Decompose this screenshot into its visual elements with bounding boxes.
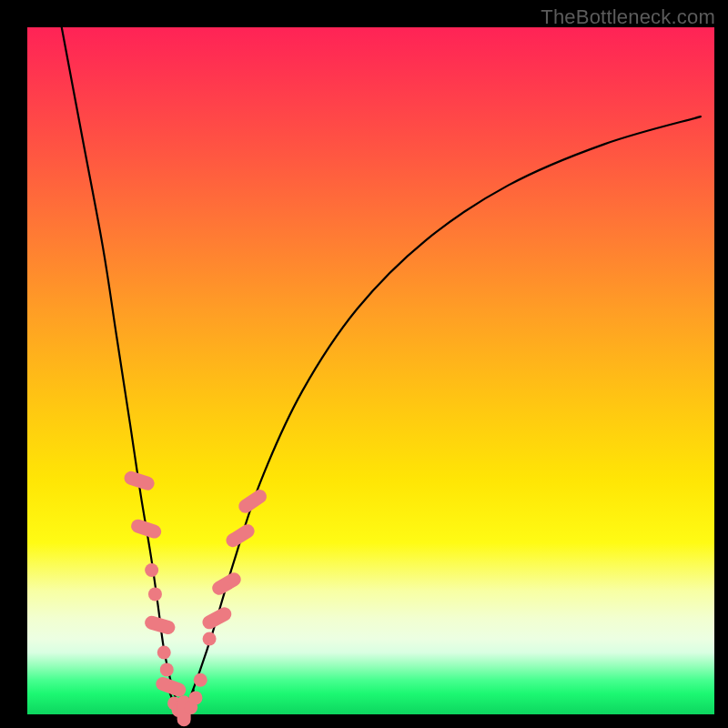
marker-round-bottom — [194, 673, 207, 687]
series-right-curve — [182, 116, 701, 713]
marker-pill-right — [200, 605, 234, 632]
marker-pill-right — [236, 487, 269, 515]
marker-round-left — [148, 587, 162, 601]
marker-pill-left — [129, 518, 163, 541]
chart-svg — [27, 27, 714, 714]
marker-round-left — [160, 662, 174, 676]
series-left-curve — [62, 27, 182, 713]
marker-round-left — [145, 563, 158, 577]
chart-frame: TheBottleneck.com — [0, 0, 728, 728]
marker-round-bottom — [188, 691, 202, 704]
curve-layer — [62, 27, 701, 713]
plot-area — [27, 27, 714, 714]
marker-layer — [123, 470, 269, 726]
marker-round-right — [203, 632, 217, 645]
marker-pill-right — [224, 521, 258, 550]
marker-round-left — [157, 646, 171, 660]
watermark-text: TheBottleneck.com — [541, 5, 715, 29]
marker-pill-right — [209, 571, 243, 598]
